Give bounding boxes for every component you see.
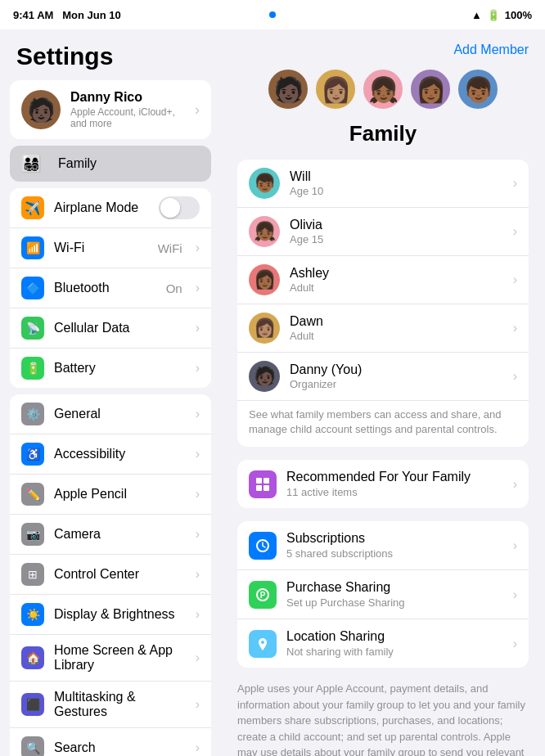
display-chevron: ›	[196, 607, 200, 622]
member-name-danny: Danny (You)	[290, 362, 362, 377]
subscriptions-icon	[249, 532, 277, 560]
battery-settings-icon: 🔋	[21, 357, 44, 380]
member-item-ashley[interactable]: 👩🏾 Ashley Adult ›	[237, 256, 529, 304]
profile-info: Danny Rico Apple Account, iCloud+, and m…	[70, 90, 185, 129]
subscriptions-name: Subscriptions	[286, 531, 503, 546]
member-role-dawn: Adult	[290, 330, 323, 342]
feature-item-recommended[interactable]: Recommended For Your Family 11 active it…	[237, 460, 529, 508]
controlcenter-icon: ⊞	[21, 563, 44, 586]
member-item-dawn[interactable]: 👩🏽 Dawn Adult ›	[237, 304, 529, 353]
member-info-ashley: Ashley Adult	[290, 266, 329, 294]
general-label: General	[54, 407, 186, 421]
sidebar-item-display[interactable]: ☀️ Display & Brightness ›	[10, 595, 211, 635]
feature-item-subscriptions[interactable]: Subscriptions 5 shared subscriptions ›	[237, 521, 529, 570]
multitasking-chevron: ›	[196, 697, 200, 712]
wifi-settings-icon: 📶	[21, 236, 44, 259]
pencil-label: Apple Pencil	[54, 487, 186, 502]
sidebar-item-accessibility[interactable]: ♿ Accessibility ›	[10, 434, 211, 475]
member-role-olivia: Age 15	[290, 233, 323, 245]
member-info-will: Will Age 10	[290, 169, 323, 197]
member-item-will[interactable]: 👦🏾 Will Age 10 ›	[237, 160, 529, 208]
airplane-icon: ✈️	[21, 196, 44, 219]
hero-avatar-will: 👦🏾	[456, 67, 500, 111]
feature-item-location[interactable]: Location Sharing Not sharing with family…	[237, 619, 529, 668]
purchase-info: Purchase Sharing Set up Purchase Sharing	[286, 580, 503, 609]
subscriptions-sub: 5 shared subscriptions	[286, 547, 503, 560]
hero-avatar-danny: 🧑🏿	[266, 67, 310, 111]
battery-label: Battery	[54, 361, 186, 376]
camera-label: Camera	[54, 527, 186, 542]
airplane-toggle[interactable]	[159, 196, 200, 219]
airplane-label: Airplane Mode	[54, 200, 149, 215]
sharing-section: Subscriptions 5 shared subscriptions › P…	[237, 521, 529, 668]
member-role-will: Age 10	[290, 185, 323, 197]
sidebar-item-airplane[interactable]: ✈️ Airplane Mode	[10, 188, 211, 228]
controlcenter-chevron: ›	[196, 567, 200, 582]
recommended-chevron: ›	[513, 477, 517, 492]
feature-item-purchase[interactable]: P Purchase Sharing Set up Purchase Shari…	[237, 570, 529, 619]
homescreen-label: Home Screen & App Library	[54, 643, 186, 673]
panel-header: Add Member	[237, 43, 529, 57]
sidebar-item-wifi[interactable]: 📶 Wi-Fi WiFi ›	[10, 228, 211, 268]
members-list: 👦🏾 Will Age 10 › 👧🏾 Olivia Age 15 › 👩🏾	[237, 160, 529, 447]
sidebar-item-search[interactable]: 🔍 Search ›	[10, 728, 211, 756]
sidebar-item-family[interactable]: 👨‍👩‍👧‍👦 Family	[10, 146, 211, 182]
location-icon	[249, 630, 277, 658]
member-name-ashley: Ashley	[290, 266, 329, 281]
olivia-chevron: ›	[513, 224, 517, 239]
sidebar-item-bluetooth[interactable]: 🔷 Bluetooth On ›	[10, 268, 211, 308]
camera-chevron: ›	[196, 527, 200, 542]
profile-card[interactable]: 🧑🏿 Danny Rico Apple Account, iCloud+, an…	[10, 80, 211, 139]
general-chevron: ›	[196, 407, 200, 421]
accessibility-label: Accessibility	[54, 447, 186, 461]
bluetooth-icon: 🔷	[21, 277, 44, 299]
member-item-olivia[interactable]: 👧🏾 Olivia Age 15 ›	[237, 208, 529, 256]
add-member-button[interactable]: Add Member	[453, 43, 529, 57]
member-avatar-olivia: 👧🏾	[249, 216, 280, 247]
sidebar-item-battery[interactable]: 🔋 Battery ›	[10, 349, 211, 388]
member-item-danny[interactable]: 🧑🏿 Danny (You) Organizer ›	[237, 353, 529, 401]
settings-title: Settings	[0, 29, 221, 80]
sidebar-item-controlcenter[interactable]: ⊞ Control Center ›	[10, 555, 211, 595]
member-role-ashley: Adult	[290, 281, 329, 294]
sidebar-item-general[interactable]: ⚙️ General ›	[10, 394, 211, 434]
chevron-right-icon: ›	[195, 101, 200, 119]
avatar: 🧑🏿	[21, 90, 61, 129]
sidebar-section-system: ⚙️ General › ♿ Accessibility › ✏️ Apple …	[10, 394, 211, 756]
location-name: Location Sharing	[286, 629, 503, 644]
member-name-will: Will	[290, 169, 323, 184]
right-panel: Add Member 🧑🏿 👩🏽 👧🏾 👩🏾 👦🏾 Family 👦🏾 Will…	[221, 29, 545, 756]
svg-point-7	[261, 641, 264, 644]
bluetooth-chevron: ›	[196, 281, 200, 295]
status-bar: 9:41 AM Mon Jun 10 ▲ 🔋 100%	[0, 0, 545, 29]
pencil-chevron: ›	[196, 487, 200, 502]
homescreen-chevron: ›	[196, 650, 200, 665]
location-chevron: ›	[513, 637, 517, 651]
wifi-value: WiFi	[158, 241, 182, 255]
member-avatar-dawn: 👩🏽	[249, 313, 280, 344]
sidebar: Settings 🧑🏿 Danny Rico Apple Account, iC…	[0, 29, 221, 756]
member-avatar-will: 👦🏾	[249, 168, 280, 199]
bottom-description: Apple uses your Apple Account, payment d…	[237, 681, 529, 756]
hero-avatar-ashley: 👩🏾	[408, 67, 453, 111]
search-settings-icon: 🔍	[21, 736, 44, 756]
sidebar-item-homescreen[interactable]: 🏠 Home Screen & App Library ›	[10, 635, 211, 682]
sidebar-item-multitasking[interactable]: ⬛ Multitasking & Gestures ›	[10, 682, 211, 728]
purchase-icon: P	[249, 581, 277, 609]
cellular-chevron: ›	[196, 321, 200, 335]
status-indicators: ▲ 🔋 100%	[471, 9, 532, 21]
profile-subtitle: Apple Account, iCloud+, and more	[70, 106, 185, 129]
display-icon: ☀️	[21, 603, 44, 626]
wifi-chevron: ›	[196, 241, 200, 255]
purchase-sub: Set up Purchase Sharing	[286, 596, 503, 609]
accessibility-chevron: ›	[196, 447, 200, 461]
recommended-section: Recommended For Your Family 11 active it…	[237, 460, 529, 508]
member-info-dawn: Dawn Adult	[290, 314, 323, 342]
battery-icon: 🔋	[487, 9, 500, 21]
svg-rect-2	[256, 485, 262, 491]
sidebar-item-camera[interactable]: 📷 Camera ›	[10, 515, 211, 555]
hero-avatar-olivia: 👧🏾	[361, 67, 405, 111]
sidebar-item-pencil[interactable]: ✏️ Apple Pencil ›	[10, 475, 211, 515]
sidebar-item-cellular[interactable]: 📡 Cellular Data ›	[10, 308, 211, 349]
members-description: See what family members can access and s…	[237, 401, 529, 447]
